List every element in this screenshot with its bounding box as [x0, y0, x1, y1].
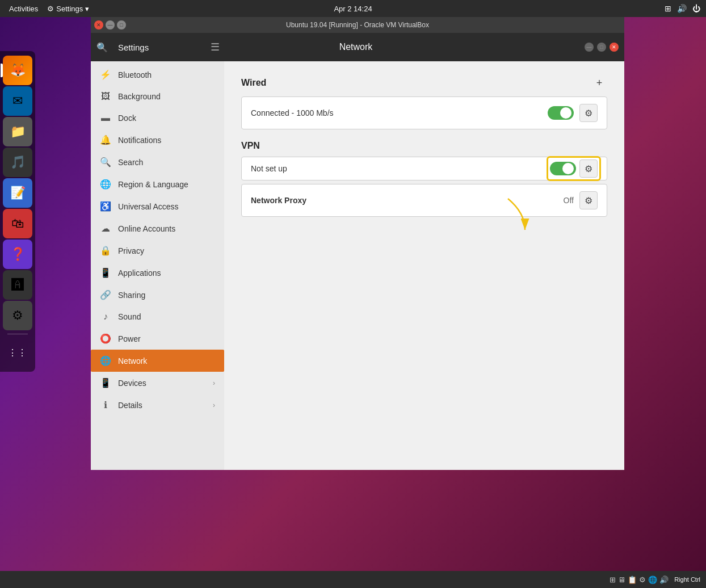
sidebar-label-notifications: Notifications [118, 136, 161, 145]
right-ctrl-label: Right Ctrl [674, 576, 700, 583]
network-icon: 🌐 [100, 355, 111, 366]
sidebar-label-privacy: Privacy [118, 246, 144, 255]
sidebar-label-online-accounts: Online Accounts [118, 224, 175, 233]
activities-button[interactable]: Activities [6, 3, 41, 14]
background-icon: 🖼 [100, 91, 111, 102]
proxy-gear-icon: ⚙ [585, 195, 592, 206]
sidebar-item-applications[interactable]: 📱 Applications [91, 262, 224, 284]
sidebar-item-privacy[interactable]: 🔒 Privacy [91, 240, 224, 262]
search-icon: 🔍 [100, 157, 111, 167]
sidebar-label-bluetooth: Bluetooth [118, 70, 152, 79]
files-icon: 📁 [10, 124, 26, 139]
amazon-icon: 🅰 [11, 278, 24, 292]
taskbar-bottom-icons: ⊞ 🖥 📋 ⚙ 🌐 🔊 Right Ctrl [610, 576, 700, 584]
taskbar-datetime: Apr 2 14:24 [334, 5, 372, 13]
dock-item-appstore[interactable]: 🛍 [3, 209, 32, 238]
taskbar-top: Activities ⚙ Settings ▾ Apr 2 14:24 ⊞ 🔊 … [0, 0, 706, 17]
settings-menu[interactable]: ⚙ Settings ▾ [47, 5, 89, 13]
tb-icon-6[interactable]: 🔊 [659, 576, 669, 584]
apps-grid-icon: ⋮⋮ [8, 347, 27, 358]
sidebar-item-power[interactable]: ⭕ Power [91, 327, 224, 350]
sidebar-item-universal[interactable]: ♿ Universal Access [91, 195, 224, 217]
settings-sidebar: ⚡ Bluetooth 🖼 Background ▬ Dock 🔔 Notifi… [91, 61, 224, 470]
vpn-toggle[interactable] [550, 162, 576, 175]
writer-icon: 📝 [10, 186, 26, 200]
dock-item-apps[interactable]: ⋮⋮ [3, 338, 32, 367]
settings-window: 🔍 Settings ☰ Network — □ ✕ ⚡ Bluetooth 🖼… [91, 33, 624, 470]
network-status-icon[interactable]: ⊞ [665, 4, 671, 13]
sidebar-label-details: Details [118, 401, 142, 410]
tb-icon-5[interactable]: 🌐 [648, 576, 657, 584]
universal-icon: ♿ [100, 201, 111, 212]
settings-panel-title: Settings [112, 43, 206, 52]
vpn-gear-button[interactable]: ⚙ [579, 159, 598, 178]
proxy-section: Network Proxy Off ⚙ [241, 184, 607, 217]
dock-item-settings[interactable]: ⚙ [3, 301, 32, 330]
sidebar-item-dock[interactable]: ▬ Dock [91, 107, 224, 129]
settings-close-btn[interactable]: ✕ [610, 43, 619, 52]
sidebar-item-background[interactable]: 🖼 Background [91, 86, 224, 107]
hamburger-icon[interactable]: ☰ [211, 41, 220, 53]
sidebar-item-online-accounts[interactable]: ☁ Online Accounts [91, 217, 224, 240]
window-minimize-button[interactable]: — [106, 20, 115, 30]
sidebar-item-devices[interactable]: 📱 Devices › [91, 372, 224, 394]
sidebar-label-dock: Dock [118, 114, 136, 123]
power-icon[interactable]: ⏻ [692, 4, 700, 13]
dock-item-help[interactable]: ❓ [3, 240, 32, 269]
wired-toggle[interactable] [548, 106, 574, 120]
wired-title: Wired [241, 78, 266, 88]
vpn-toggle-knob [562, 163, 574, 174]
settings-header: 🔍 Settings ☰ Network — □ ✕ [91, 33, 624, 61]
virtualbox-titlebar: ✕ — □ Ubuntu 19.04 [Running] - Oracle VM… [91, 17, 624, 33]
bluetooth-icon: ⚡ [100, 69, 111, 80]
wired-add-button[interactable]: + [591, 75, 607, 91]
tb-icon-4[interactable]: ⚙ [639, 576, 646, 584]
dock-item-amazon[interactable]: 🅰 [3, 270, 32, 300]
window-controls: ✕ — □ [94, 20, 126, 30]
tb-icon-3[interactable]: 📋 [628, 576, 637, 584]
settings-maximize-btn[interactable]: □ [597, 43, 606, 52]
proxy-gear-button[interactable]: ⚙ [579, 191, 598, 209]
vpn-title: VPN [241, 141, 260, 151]
wired-toggle-knob [560, 107, 571, 119]
app-dock: 🦊 ✉ 📁 🎵 📝 🛍 ❓ 🅰 ⚙ ⋮⋮ [0, 51, 35, 372]
notifications-icon: 🔔 [100, 135, 111, 145]
sidebar-label-sound: Sound [118, 312, 141, 321]
tb-icon-2[interactable]: 🖥 [618, 576, 625, 584]
sidebar-item-notifications[interactable]: 🔔 Notifications [91, 129, 224, 151]
sidebar-item-search[interactable]: 🔍 Search [91, 151, 224, 173]
sidebar-label-universal: Universal Access [118, 202, 179, 211]
sidebar-item-network[interactable]: 🌐 Network [91, 350, 224, 372]
dock-item-writer[interactable]: 📝 [3, 178, 32, 208]
wired-gear-button[interactable]: ⚙ [579, 104, 598, 122]
vpn-row: Not set up ⚙ [241, 157, 607, 180]
dock-item-thunderbird[interactable]: ✉ [3, 86, 32, 116]
sidebar-label-devices: Devices [118, 379, 146, 388]
window-maximize-button[interactable]: □ [117, 20, 126, 30]
online-accounts-icon: ☁ [100, 223, 111, 234]
dock-item-firefox[interactable]: 🦊 [3, 56, 32, 85]
tb-icon-1[interactable]: ⊞ [610, 576, 616, 584]
sidebar-item-sound[interactable]: ♪ Sound [91, 306, 224, 327]
settings-minimize-btn[interactable]: — [585, 43, 594, 52]
volume-icon[interactable]: 🔊 [677, 4, 687, 13]
content-panel-title: Network [224, 42, 488, 52]
thunderbird-icon: ✉ [12, 94, 23, 108]
settings-window-controls: — □ ✕ [585, 43, 619, 52]
proxy-row-controls: Off ⚙ [564, 191, 598, 209]
sidebar-item-bluetooth[interactable]: ⚡ Bluetooth [91, 64, 224, 86]
dock-icon: ▬ [100, 113, 111, 123]
settings-body: ⚡ Bluetooth 🖼 Background ▬ Dock 🔔 Notifi… [91, 61, 624, 470]
dock-item-rhythmbox[interactable]: 🎵 [3, 148, 32, 177]
power-sidebar-icon: ⭕ [100, 333, 111, 344]
vpn-section: VPN Not set up ⚙ [241, 141, 607, 180]
sidebar-item-region[interactable]: 🌐 Region & Language [91, 173, 224, 195]
sidebar-item-details[interactable]: ℹ Details › [91, 394, 224, 416]
wired-connection-row: Connected - 1000 Mb/s ⚙ [241, 96, 607, 129]
devices-icon: 📱 [100, 377, 111, 388]
proxy-status: Off [564, 196, 574, 205]
dock-item-files[interactable]: 📁 [3, 117, 32, 146]
settings-menu-chevron: ▾ [85, 5, 89, 13]
window-close-button[interactable]: ✕ [94, 20, 103, 30]
sidebar-item-sharing[interactable]: 🔗 Sharing [91, 284, 224, 306]
